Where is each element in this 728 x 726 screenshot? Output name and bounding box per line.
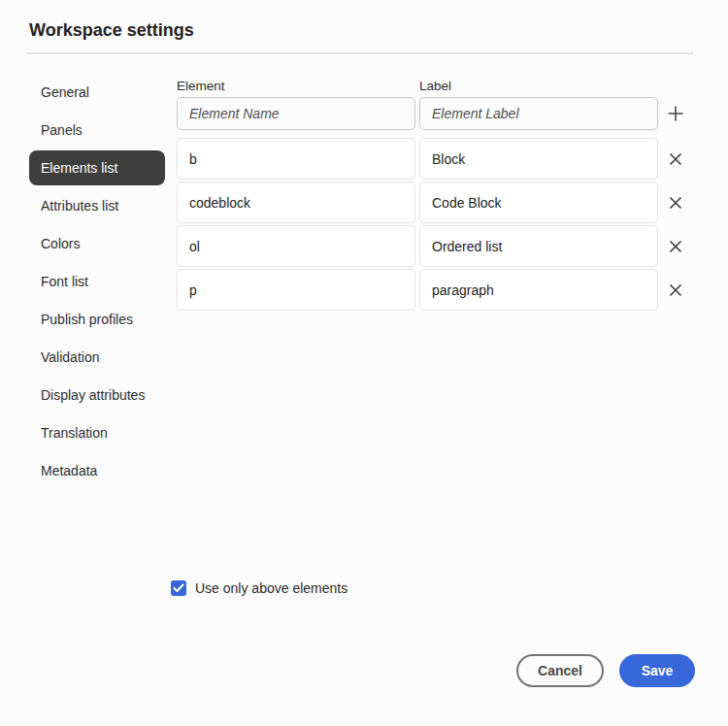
element-row bbox=[177, 269, 695, 311]
sidebar-item-font-list[interactable]: Font list bbox=[29, 264, 165, 299]
element-label-input[interactable] bbox=[419, 225, 658, 267]
elements-list-panel: Element Label bbox=[177, 79, 695, 313]
elements-rows bbox=[177, 138, 695, 311]
close-icon bbox=[669, 283, 682, 297]
save-button[interactable]: Save bbox=[619, 654, 695, 687]
workspace-settings-dialog: Workspace settings GeneralPanelsElements… bbox=[0, 0, 728, 726]
sidebar-item-display-attributes[interactable]: Display attributes bbox=[29, 378, 165, 412]
dialog-footer: Cancel Save bbox=[516, 654, 695, 687]
close-icon bbox=[669, 152, 682, 166]
use-only-above-elements-label: Use only above elements bbox=[195, 580, 347, 596]
element-label-input[interactable] bbox=[419, 269, 658, 311]
close-icon bbox=[669, 240, 682, 253]
sidebar-item-validation[interactable]: Validation bbox=[29, 340, 165, 375]
element-row bbox=[177, 182, 695, 223]
dialog-title: Workspace settings bbox=[29, 20, 194, 41]
new-element-name-input[interactable] bbox=[177, 97, 415, 130]
new-element-entry bbox=[177, 97, 695, 130]
element-name-input[interactable] bbox=[177, 182, 415, 223]
label-column-header: Label bbox=[419, 79, 658, 94]
remove-element-button[interactable] bbox=[662, 277, 689, 304]
remove-element-button[interactable] bbox=[662, 189, 689, 216]
sidebar-item-publish-profiles[interactable]: Publish profiles bbox=[29, 302, 165, 337]
element-name-input[interactable] bbox=[177, 269, 415, 311]
element-label-input[interactable] bbox=[419, 182, 658, 223]
sidebar-item-elements-list[interactable]: Elements list bbox=[29, 150, 165, 185]
remove-element-button[interactable] bbox=[662, 233, 689, 260]
use-only-above-elements-checkbox[interactable] bbox=[171, 580, 186, 596]
sidebar-item-colors[interactable]: Colors bbox=[29, 226, 165, 261]
cancel-button[interactable]: Cancel bbox=[516, 654, 604, 687]
element-name-input[interactable] bbox=[177, 225, 415, 267]
use-only-above-elements-option[interactable]: Use only above elements bbox=[171, 580, 347, 596]
sidebar-item-panels[interactable]: Panels bbox=[29, 113, 165, 148]
remove-element-button[interactable] bbox=[662, 146, 689, 173]
sidebar-item-general[interactable]: General bbox=[29, 75, 165, 110]
sidebar-item-metadata[interactable]: Metadata bbox=[29, 453, 165, 488]
add-element-button[interactable] bbox=[662, 100, 689, 127]
element-name-input[interactable] bbox=[177, 138, 415, 180]
sidebar-item-attributes-list[interactable]: Attributes list bbox=[29, 188, 165, 223]
column-headers: Element Label bbox=[177, 79, 695, 94]
plus-icon bbox=[667, 105, 684, 122]
settings-sidebar: GeneralPanelsElements listAttributes lis… bbox=[29, 75, 165, 491]
element-label-input[interactable] bbox=[419, 138, 658, 180]
element-column-header: Element bbox=[177, 79, 415, 94]
sidebar-item-translation[interactable]: Translation bbox=[29, 415, 165, 450]
checkmark-icon bbox=[173, 583, 184, 593]
new-element-label-input[interactable] bbox=[419, 97, 658, 130]
element-row bbox=[177, 225, 695, 267]
title-divider bbox=[26, 52, 693, 54]
close-icon bbox=[669, 196, 682, 210]
element-row bbox=[177, 138, 695, 180]
